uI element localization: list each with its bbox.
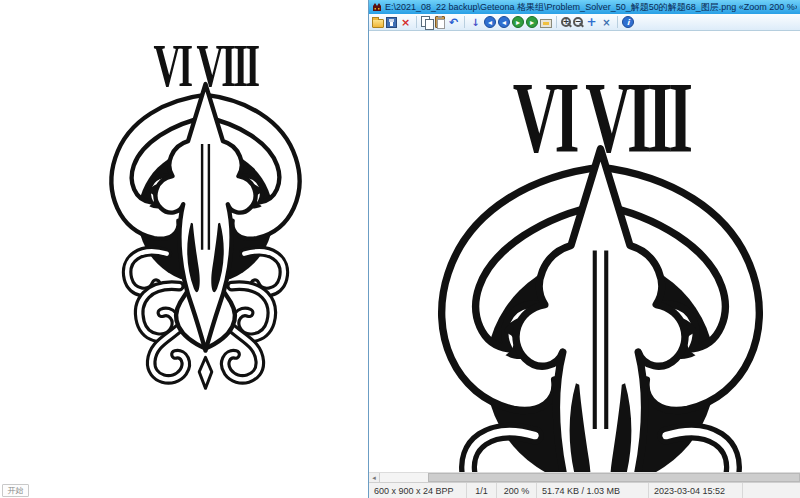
copy-icon[interactable]	[421, 16, 433, 28]
zoom-out-icon[interactable]: −	[573, 17, 583, 27]
status-zoom-level: 200 %	[497, 483, 537, 498]
status-image-dimensions: 600 x 900 x 24 BPP	[369, 483, 467, 498]
open-icon[interactable]	[372, 19, 384, 28]
nav-down-icon[interactable]: ↓	[469, 16, 482, 29]
start-button[interactable]: 开始	[2, 484, 29, 497]
horizontal-scrollbar[interactable]: ◂	[369, 472, 800, 482]
status-page-index: 1/1	[467, 483, 497, 498]
toolbar: ×↶↓◂◂▸▸+−+×i	[369, 14, 800, 31]
status-spacer	[743, 483, 800, 498]
toolbar-separator	[556, 16, 557, 28]
zoom-in-icon[interactable]: +	[561, 17, 571, 27]
undo-icon[interactable]: ↶	[447, 16, 460, 29]
scroll-left-arrow-icon[interactable]: ◂	[369, 473, 380, 482]
fullscreen-icon[interactable]: ×	[600, 16, 613, 29]
window-title: E:\2021_08_22 backup\Geteona 格果组\Problem…	[385, 1, 797, 14]
app-icon	[372, 2, 382, 12]
status-file-size: 51.74 KB / 1.03 MB	[537, 483, 649, 498]
toolbar-separator	[416, 16, 417, 28]
save-icon[interactable]	[386, 17, 397, 28]
status-bar: 600 x 900 x 24 BPP 1/1 200 % 51.74 KB / …	[369, 482, 800, 498]
toolbar-separator	[617, 16, 618, 28]
scrollbar-thumb[interactable]	[428, 473, 800, 482]
artwork-small	[94, 22, 317, 400]
status-modified-date: 2023-03-04 15:52	[649, 483, 743, 498]
image-viewer-window: E:\2021_08_22 backup\Geteona 格果组\Problem…	[368, 0, 800, 498]
title-bar[interactable]: E:\2021_08_22 backup\Geteona 格果组\Problem…	[369, 0, 800, 14]
about-icon[interactable]: i	[622, 16, 634, 28]
delete-icon[interactable]: ×	[399, 16, 412, 29]
previous-image-icon[interactable]: ◂	[498, 16, 510, 28]
next-image-icon[interactable]: ▸	[512, 16, 524, 28]
paste-icon[interactable]	[435, 16, 445, 28]
slideshow-icon[interactable]	[540, 19, 552, 28]
toolbar-separator	[464, 16, 465, 28]
image-canvas[interactable]	[369, 31, 800, 472]
desktop: 开始 E:\2021_08_22 backup\Geteona 格果组\Prob…	[0, 0, 800, 498]
fit-to-window-icon[interactable]: +	[585, 16, 598, 29]
viewer-image	[412, 44, 789, 472]
last-image-icon[interactable]: ▸	[526, 16, 538, 28]
first-image-icon[interactable]: ◂	[484, 16, 496, 28]
